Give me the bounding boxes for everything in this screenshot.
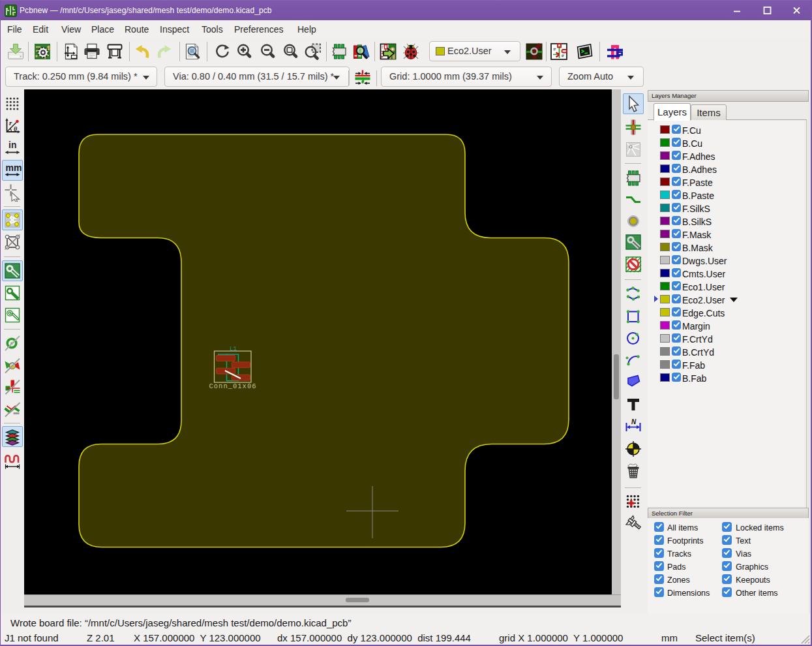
svg-text:in: in bbox=[8, 140, 16, 150]
svg-text:L1: L1 bbox=[230, 346, 237, 352]
svg-text:mm: mm bbox=[6, 162, 22, 173]
svg-text:r: r bbox=[9, 119, 12, 127]
svg-text:Conn_01x06: Conn_01x06 bbox=[209, 382, 256, 390]
svg-text:θ: θ bbox=[14, 125, 18, 132]
svg-text:N: N bbox=[631, 418, 637, 425]
